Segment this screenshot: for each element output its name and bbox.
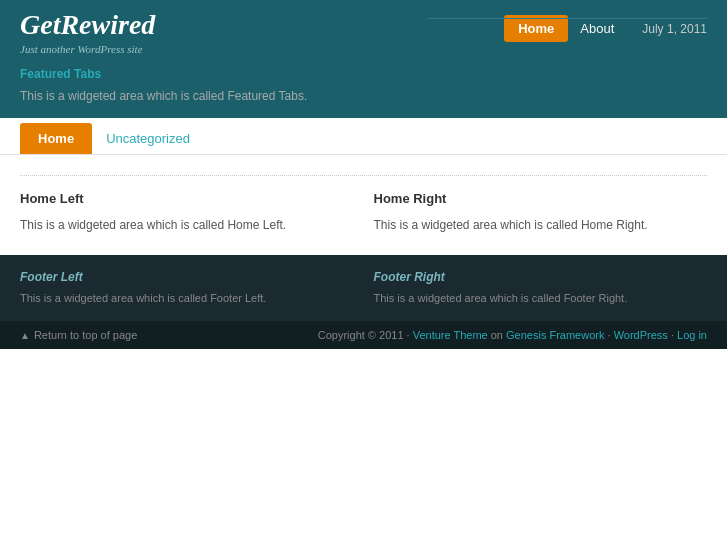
footer-right-title: Footer Right: [374, 270, 708, 284]
footer-right-text: This is a widgeted area which is called …: [374, 290, 708, 307]
site-tagline: Just another WordPress site: [20, 43, 155, 55]
nav-home-link[interactable]: Home: [504, 15, 568, 42]
site-footer: Footer Left This is a widgeted area whic…: [0, 255, 727, 322]
home-left-text: This is a widgeted area which is called …: [20, 216, 354, 235]
home-right-text: This is a widgeted area which is called …: [374, 216, 708, 235]
site-title: GetRewired: [20, 10, 155, 41]
nav-about-link[interactable]: About: [568, 15, 626, 42]
footer-right-widget: Footer Right This is a widgeted area whi…: [374, 270, 708, 307]
nav-area: Home About: [504, 15, 626, 42]
on-text: on: [488, 329, 506, 341]
copyright-text: Copyright © 2011 ·: [318, 329, 413, 341]
content-divider: [20, 175, 707, 176]
home-right-title: Home Right: [374, 191, 708, 206]
main-content: Home Left This is a widgeted area which …: [0, 155, 727, 255]
header-date: July 1, 2011: [642, 22, 707, 36]
login-link[interactable]: Log in: [677, 329, 707, 341]
tab-uncategorized[interactable]: Uncategorized: [92, 123, 204, 154]
copyright-area: Copyright © 2011 · Venture Theme on Gene…: [318, 329, 707, 341]
home-left-widget: Home Left This is a widgeted area which …: [20, 191, 354, 235]
return-to-top[interactable]: ▲ Return to top of page: [20, 329, 137, 341]
genesis-link[interactable]: Genesis Framework: [506, 329, 604, 341]
tabs-bar: Home Uncategorized: [0, 118, 727, 155]
return-top-label: Return to top of page: [34, 329, 137, 341]
home-widgets: Home Left This is a widgeted area which …: [20, 191, 707, 235]
featured-tabs-section: Featured Tabs This is a widgeted area wh…: [0, 55, 727, 118]
sep1: ·: [604, 329, 613, 341]
site-header: GetRewired Just another WordPress site H…: [0, 0, 727, 55]
wordpress-link[interactable]: WordPress: [614, 329, 668, 341]
featured-tabs-description: This is a widgeted area which is called …: [20, 89, 707, 103]
footer-left-text: This is a widgeted area which is called …: [20, 290, 354, 307]
footer-left-title: Footer Left: [20, 270, 354, 284]
featured-tabs-label: Featured Tabs: [20, 67, 707, 81]
home-right-widget: Home Right This is a widgeted area which…: [374, 191, 708, 235]
footer-widgets: Footer Left This is a widgeted area whic…: [20, 270, 707, 307]
bottom-bar: ▲ Return to top of page Copyright © 2011…: [0, 321, 727, 349]
header-right: Home About July 1, 2011: [504, 10, 707, 42]
sep2: ·: [668, 329, 677, 341]
site-branding: GetRewired Just another WordPress site: [20, 10, 155, 55]
home-left-title: Home Left: [20, 191, 354, 206]
venture-theme-link[interactable]: Venture Theme: [413, 329, 488, 341]
up-arrow-icon: ▲: [20, 330, 30, 341]
footer-left-widget: Footer Left This is a widgeted area whic…: [20, 270, 354, 307]
tab-home[interactable]: Home: [20, 123, 92, 154]
